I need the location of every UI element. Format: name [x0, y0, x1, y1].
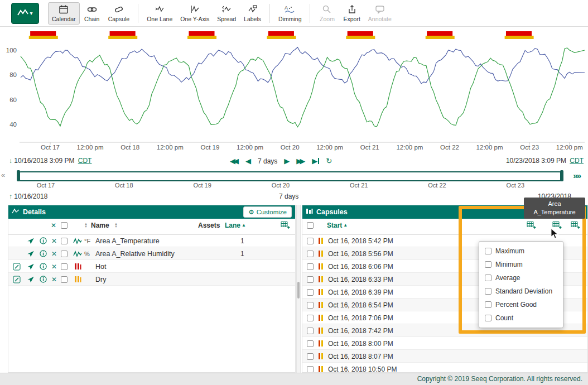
capsule-row[interactable]: Oct 16, 2018 10:50 PM [302, 363, 587, 372]
details-row[interactable]: ✕°FArea A_Temperature1 [8, 234, 295, 247]
trend-view-button[interactable]: ▾ [11, 3, 39, 24]
timeline-right-handle[interactable] [560, 170, 563, 181]
edit-icon[interactable] [13, 260, 21, 273]
column-start[interactable]: Start▲ [327, 219, 348, 232]
stat-option-minimum[interactable]: Minimum [479, 258, 563, 271]
column-lane[interactable]: Lane▲ [225, 219, 246, 232]
stat-option-standard-deviation[interactable]: Standard Deviation [479, 285, 563, 298]
scrollbar-handle[interactable] [297, 282, 300, 299]
row-checkbox[interactable] [61, 247, 68, 260]
display-range-end[interactable]: 10/23/2018 3:09 PM [506, 157, 566, 165]
row-checkbox[interactable] [307, 260, 314, 273]
stat-checkbox[interactable] [485, 275, 491, 281]
details-row[interactable]: ✕%Area A_Relative Humidity1 [8, 247, 295, 260]
range-duration[interactable]: 7 days [258, 157, 277, 165]
row-checkbox[interactable] [307, 350, 314, 363]
step-back-half-icon[interactable]: ◀ [245, 156, 251, 166]
tooltip-line1: Area [525, 200, 584, 208]
refresh-icon[interactable]: ↻ [326, 156, 332, 166]
pin-icon[interactable] [27, 260, 35, 273]
stat-checkbox[interactable] [485, 288, 491, 295]
timeline-range-bar[interactable] [17, 171, 563, 181]
tool-one-y-axis[interactable]: One Y-Axis [176, 2, 213, 25]
stat-checkbox[interactable] [485, 261, 491, 268]
select-all-checkbox[interactable] [61, 219, 68, 232]
row-checkbox[interactable] [307, 337, 314, 350]
remove-all-icon[interactable]: ✕ [51, 219, 56, 232]
row-checkbox[interactable] [307, 363, 314, 372]
investigate-start-date[interactable]: 10/16/2018 [14, 192, 47, 200]
temperature-series-line[interactable] [21, 47, 585, 84]
x-axis-tick-label: 12:00 pm [396, 144, 423, 151]
investigate-duration[interactable]: 7 days [279, 192, 298, 200]
step-to-end-icon[interactable]: ▶ [312, 156, 319, 166]
add-column-icon[interactable] [527, 219, 536, 232]
add-statistic-icon[interactable] [552, 219, 562, 232]
trend-chart[interactable]: 100806040 [0, 27, 588, 145]
add-column-icon[interactable] [281, 219, 290, 232]
remove-icon[interactable]: ✕ [51, 273, 57, 286]
remove-icon[interactable]: ✕ [51, 260, 57, 273]
display-range-start[interactable]: 10/16/2018 3:09 PM [14, 157, 74, 165]
row-checkbox[interactable] [61, 234, 68, 247]
sort-icon[interactable]: ▲▼ [84, 223, 88, 228]
tool-labels[interactable]: Labels [240, 2, 265, 25]
info-icon[interactable] [40, 247, 47, 260]
column-name[interactable]: Name [91, 219, 109, 232]
row-checkbox[interactable] [307, 247, 314, 260]
row-checkbox[interactable] [307, 234, 314, 247]
capsule-row[interactable]: Oct 16, 2018 8:00 PM [302, 337, 587, 350]
remove-icon[interactable]: ✕ [51, 247, 57, 260]
signal-icon [73, 247, 82, 260]
row-checkbox[interactable] [61, 260, 68, 273]
step-forward-full-icon[interactable]: ▶▶ [296, 156, 303, 166]
sort-icon[interactable]: ▲▼ [114, 223, 118, 228]
timezone-link[interactable]: CDT [78, 157, 92, 165]
tool-chain[interactable]: Chain [80, 2, 104, 25]
stat-option-maximum[interactable]: Maximum [479, 244, 563, 258]
tool-capsule[interactable]: Capsule [104, 2, 134, 25]
row-checkbox[interactable] [307, 299, 314, 311]
capsule-row[interactable]: Oct 16, 2018 8:07 PM [302, 350, 587, 363]
tool-spread[interactable]: Spread [213, 2, 240, 25]
edit-icon[interactable] [13, 273, 21, 286]
customize-button[interactable]: ⚙ Customize [243, 206, 292, 218]
stat-option-average[interactable]: Average [479, 271, 563, 285]
row-checkbox[interactable] [61, 273, 68, 286]
tool-one-lane[interactable]: One Lane [143, 2, 176, 25]
details-row[interactable]: ✕Dry [8, 273, 295, 286]
step-forward-half-icon[interactable]: ▶ [284, 156, 290, 166]
select-all-checkbox[interactable] [307, 219, 314, 232]
row-checkbox[interactable] [307, 311, 314, 324]
info-icon[interactable] [40, 234, 47, 247]
info-icon[interactable] [40, 273, 47, 286]
timeline-zoom-icon[interactable]: »» [573, 171, 580, 180]
details-row[interactable]: ✕Hot [8, 260, 295, 273]
tool-calendar[interactable]: Calendar [48, 2, 80, 25]
row-checkbox[interactable] [307, 273, 314, 286]
stat-checkbox[interactable] [485, 315, 491, 321]
collapse-left-icon[interactable]: « [1, 171, 5, 179]
tool-dimming[interactable]: A Dimming [274, 2, 305, 25]
stat-checkbox[interactable] [485, 301, 491, 308]
timeline-left-handle[interactable] [17, 170, 20, 181]
remove-icon[interactable]: ✕ [51, 234, 57, 247]
stat-option-percent-good[interactable]: Percent Good [479, 298, 563, 311]
stat-checkbox[interactable] [485, 248, 491, 254]
row-checkbox[interactable] [307, 324, 314, 337]
details-scrollbar[interactable] [296, 205, 301, 373]
humidity-series-line[interactable] [21, 48, 585, 127]
pin-icon[interactable] [27, 247, 35, 260]
timezone-link[interactable]: CDT [570, 157, 584, 165]
pin-icon[interactable] [27, 234, 35, 247]
add-property-icon[interactable] [571, 219, 580, 232]
pin-icon[interactable] [27, 273, 35, 286]
tool-export[interactable]: Export [339, 2, 364, 25]
info-icon[interactable] [40, 260, 47, 273]
stat-option-count[interactable]: Count [479, 311, 563, 325]
column-assets[interactable]: Assets [198, 219, 220, 232]
dimming-icon: A [284, 4, 296, 14]
row-checkbox[interactable] [307, 286, 314, 299]
capsule-icon [114, 4, 124, 14]
step-back-full-icon[interactable]: ◀◀ [230, 156, 237, 166]
